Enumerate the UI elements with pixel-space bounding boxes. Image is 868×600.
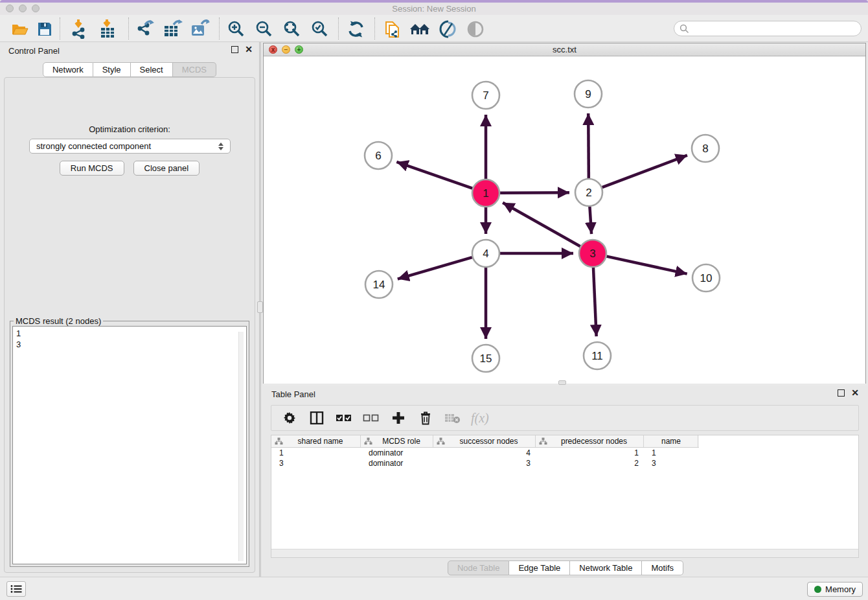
node-11[interactable]: 11 bbox=[584, 342, 611, 369]
edge-1-2[interactable] bbox=[500, 192, 569, 193]
table-hscrollbar[interactable] bbox=[271, 549, 858, 557]
node-10[interactable]: 10 bbox=[692, 264, 720, 292]
column-header-MCDS-role[interactable]: MCDS role bbox=[361, 435, 433, 447]
edge-2-3[interactable] bbox=[589, 207, 591, 234]
result-scrollbar[interactable] bbox=[238, 332, 244, 561]
edge-4-14[interactable] bbox=[398, 257, 472, 279]
column-header-predecessor-nodes[interactable]: predecessor nodes bbox=[536, 435, 644, 447]
close-table-panel-icon[interactable]: ✕ bbox=[851, 389, 859, 397]
node-3[interactable]: 3 bbox=[579, 240, 606, 267]
network-canvas-svg[interactable]: 1234678910111415 bbox=[264, 57, 865, 384]
node-14[interactable]: 14 bbox=[365, 271, 393, 298]
tab-select[interactable]: Select bbox=[131, 62, 173, 77]
add-column-icon[interactable] bbox=[389, 409, 407, 427]
memory-button[interactable]: Memory bbox=[807, 582, 863, 597]
column-header-name[interactable]: name bbox=[644, 435, 698, 447]
zoom-fit-icon[interactable] bbox=[281, 19, 303, 39]
mcds-result-text[interactable]: 1 3 bbox=[12, 326, 247, 564]
import-table-icon[interactable] bbox=[97, 19, 119, 39]
edge-1-6[interactable] bbox=[396, 162, 472, 189]
network-window-titlebar[interactable]: x − + scc.txt bbox=[264, 43, 865, 56]
node-6[interactable]: 6 bbox=[365, 142, 392, 169]
zoom-out-icon[interactable] bbox=[253, 19, 275, 39]
tab-network-table[interactable]: Network Table bbox=[570, 560, 642, 575]
node-4[interactable]: 4 bbox=[472, 240, 499, 267]
select-all-icon[interactable] bbox=[335, 409, 353, 427]
node-2[interactable]: 2 bbox=[575, 179, 602, 206]
svg-text:10: 10 bbox=[700, 272, 713, 284]
export-image-icon[interactable] bbox=[189, 19, 211, 39]
apply-layout-icon[interactable] bbox=[345, 19, 367, 39]
table-cell[interactable]: 3 bbox=[644, 458, 698, 468]
clone-network-icon[interactable] bbox=[382, 19, 404, 39]
import-network-icon[interactable] bbox=[69, 19, 91, 39]
node-7[interactable]: 7 bbox=[472, 82, 499, 109]
search-input[interactable] bbox=[674, 21, 862, 36]
control-panel-title: Control Panel bbox=[8, 46, 60, 56]
table-row[interactable]: 3dominator323 bbox=[271, 458, 858, 468]
table-cell[interactable]: dominator bbox=[361, 448, 433, 458]
column-header-successor-nodes[interactable]: successor nodes bbox=[433, 435, 536, 447]
network-canvas[interactable]: 1234678910111415 bbox=[264, 57, 865, 384]
settings-gear-icon[interactable] bbox=[280, 409, 299, 427]
edge-3-10[interactable] bbox=[606, 257, 687, 274]
toolbar-separator bbox=[128, 17, 129, 40]
toggle-column-view-icon[interactable] bbox=[308, 409, 326, 427]
deselect-all-icon[interactable] bbox=[362, 409, 380, 427]
home-icon[interactable] bbox=[409, 19, 431, 39]
export-network-icon[interactable] bbox=[135, 19, 157, 39]
task-history-button[interactable] bbox=[6, 581, 26, 597]
tab-mcds[interactable]: MCDS bbox=[173, 62, 216, 77]
open-session-icon[interactable] bbox=[9, 19, 31, 39]
run-mcds-button[interactable]: Run MCDS bbox=[60, 161, 124, 176]
table-cell[interactable]: 3 bbox=[433, 458, 536, 468]
tab-style[interactable]: Style bbox=[93, 62, 131, 77]
node-1[interactable]: 1 bbox=[472, 179, 499, 207]
panel-splitter-grip[interactable] bbox=[257, 301, 263, 313]
float-panel-icon[interactable] bbox=[231, 46, 238, 53]
node-15[interactable]: 15 bbox=[472, 345, 499, 372]
delete-table-icon bbox=[444, 409, 462, 427]
delete-column-icon[interactable] bbox=[417, 409, 435, 427]
edge-3-1[interactable] bbox=[503, 203, 580, 246]
edge-2-9[interactable] bbox=[588, 113, 589, 178]
criterion-dropdown[interactable]: strongly connected component bbox=[29, 139, 231, 154]
zoom-selected-icon[interactable] bbox=[309, 19, 331, 39]
table-row[interactable]: 1dominator411 bbox=[271, 448, 858, 458]
dropdown-stepper-icon bbox=[218, 143, 223, 150]
float-table-panel-icon[interactable] bbox=[838, 389, 845, 397]
tab-edge-table[interactable]: Edge Table bbox=[509, 560, 570, 575]
close-panel-button[interactable]: Close panel bbox=[133, 161, 200, 176]
tab-node-table[interactable]: Node Table bbox=[448, 560, 510, 575]
table-cell[interactable]: 1 bbox=[644, 448, 698, 458]
table-cell[interactable]: dominator bbox=[361, 458, 433, 468]
table-toolbar: f(x) bbox=[271, 405, 859, 431]
table-cell[interactable]: 1 bbox=[271, 448, 361, 458]
tab-motifs[interactable]: Motifs bbox=[642, 560, 683, 575]
svg-text:15: 15 bbox=[480, 352, 492, 365]
node-table[interactable]: shared nameMCDS rolesuccessor nodesprede… bbox=[271, 435, 859, 558]
toolbar-separator bbox=[219, 17, 220, 40]
zoom-in-icon[interactable] bbox=[225, 19, 247, 39]
table-panel-title: Table Panel bbox=[271, 389, 315, 399]
node-9[interactable]: 9 bbox=[575, 80, 602, 108]
table-cell[interactable]: 4 bbox=[433, 448, 536, 458]
criterion-dropdown-value: strongly connected component bbox=[36, 141, 151, 151]
toolbar-separator bbox=[338, 17, 339, 40]
edge-2-8[interactable] bbox=[602, 156, 687, 188]
network-window: x − + scc.txt 1234678910111415 bbox=[263, 43, 866, 384]
close-panel-icon[interactable]: ✕ bbox=[245, 46, 253, 53]
tab-network[interactable]: Network bbox=[43, 62, 93, 77]
node-8[interactable]: 8 bbox=[692, 135, 719, 162]
export-table-icon[interactable] bbox=[162, 19, 184, 39]
show-hide-style-icon[interactable] bbox=[437, 19, 459, 39]
save-session-icon[interactable] bbox=[34, 19, 56, 39]
table-cell[interactable]: 3 bbox=[271, 458, 361, 468]
mcds-result-group: MCDS result (2 nodes) 1 3 bbox=[10, 321, 249, 567]
window-title: Session: New Session bbox=[0, 4, 868, 14]
column-header-shared-name[interactable]: shared name bbox=[271, 435, 361, 447]
network-table-splitter-grip[interactable] bbox=[558, 380, 566, 385]
table-cell[interactable]: 1 bbox=[536, 448, 644, 458]
table-cell[interactable]: 2 bbox=[536, 458, 644, 468]
edge-3-11[interactable] bbox=[593, 268, 597, 336]
